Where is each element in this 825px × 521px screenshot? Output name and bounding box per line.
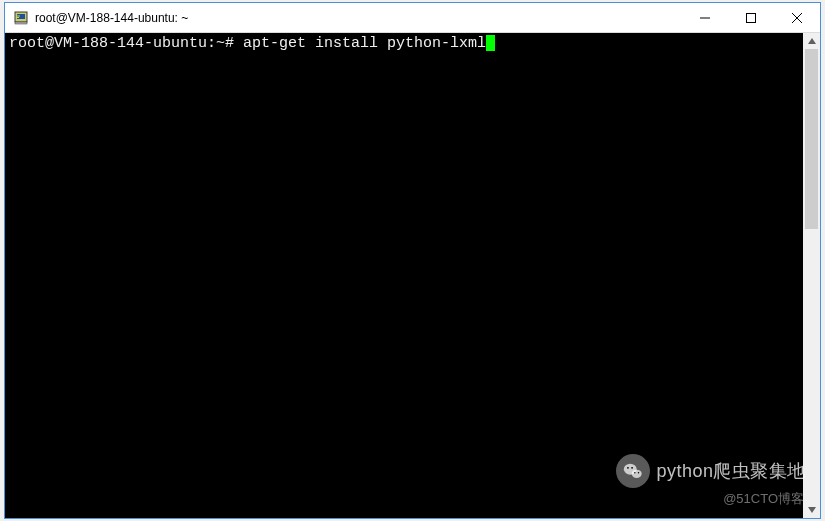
- minimize-icon: [700, 13, 710, 23]
- terminal-area: root@VM-188-144-ubuntu:~# apt-get instal…: [5, 33, 820, 518]
- maximize-button[interactable]: [728, 3, 774, 32]
- command-input[interactable]: apt-get install python-lxml: [243, 35, 486, 52]
- svg-rect-6: [747, 13, 756, 22]
- prompt: root@VM-188-144-ubuntu:~#: [9, 35, 243, 52]
- terminal-window: root@VM-188-144-ubuntu: ~ root@VM-188-1: [4, 2, 821, 519]
- svg-rect-1: [17, 14, 25, 19]
- window-title: root@VM-188-144-ubuntu: ~: [35, 11, 682, 25]
- putty-icon: [13, 10, 29, 26]
- close-button[interactable]: [774, 3, 820, 32]
- minimize-button[interactable]: [682, 3, 728, 32]
- vertical-scrollbar[interactable]: [803, 33, 820, 518]
- chevron-up-icon: [808, 38, 816, 44]
- titlebar[interactable]: root@VM-188-144-ubuntu: ~: [5, 3, 820, 33]
- terminal-output[interactable]: root@VM-188-144-ubuntu:~# apt-get instal…: [5, 33, 803, 518]
- window-controls: [682, 3, 820, 32]
- scroll-thumb[interactable]: [805, 49, 818, 229]
- scroll-down-button[interactable]: [803, 502, 820, 518]
- cursor-block: [486, 35, 495, 51]
- scroll-up-button[interactable]: [803, 33, 820, 49]
- chevron-down-icon: [808, 507, 816, 513]
- svg-rect-2: [15, 22, 27, 24]
- close-icon: [792, 13, 802, 23]
- maximize-icon: [746, 13, 756, 23]
